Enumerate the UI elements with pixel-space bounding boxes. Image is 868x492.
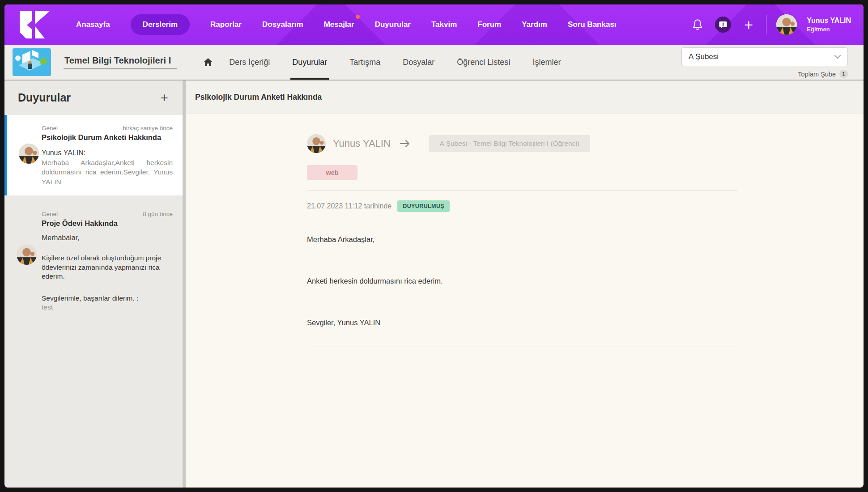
announcement-body: Kişilere özel olarak oluşturduğum proje … [42, 254, 173, 281]
nav-label: Duyurular [375, 20, 411, 29]
author-name: Yunus YALIN [333, 138, 391, 149]
course-tabs: Ders İçeriği Duyurular Tartışma Dosyalar… [229, 45, 561, 80]
nav-item-yardim[interactable]: Yardım [522, 14, 547, 35]
announcement-category: Genel [42, 211, 58, 217]
sidebar-header: Duyurular + [4, 81, 183, 115]
tag-web[interactable]: web [307, 165, 357, 180]
tab-label: Öğrenci Listesi [457, 58, 510, 67]
nav-item-raporlar[interactable]: Raporlar [210, 14, 242, 35]
announcement-category: Genel [42, 125, 58, 131]
tab-ogrenci-listesi[interactable]: Öğrenci Listesi [457, 45, 510, 80]
announcements-sidebar: Duyurular + Genel birkaç saniye önce Psi… [4, 81, 183, 488]
announcement-meta: Genel 8 gün önce [42, 211, 173, 217]
nav-item-forum[interactable]: Forum [477, 14, 501, 35]
nav-item-takvim[interactable]: Takvim [431, 14, 457, 35]
tab-tartisma[interactable]: Tartışma [349, 45, 380, 80]
announcement-time: 8 gün önce [143, 211, 173, 217]
branch-select[interactable]: A Şubesi [681, 47, 848, 66]
total-branch-label: Toplam Şube [798, 71, 836, 78]
nav-label: Takvim [431, 20, 457, 29]
nav-label: Yardım [522, 20, 547, 29]
publish-info-row: 21.07.2023 11:12 tarihinde DUYURULMUŞ [307, 200, 864, 212]
total-branch-count-badge: 1 [839, 70, 848, 78]
nav-label: Soru Bankası [568, 20, 617, 29]
announcement-title: Proje Ödevi Hakkında [42, 219, 173, 228]
announcement-paragraph: Anketi herkesin doldurmasını rica ederim… [307, 277, 864, 285]
nav-item-anasayfa[interactable]: Anasayfa [76, 14, 110, 35]
tab-islemler[interactable]: İşlemler [532, 45, 561, 80]
divider [307, 190, 737, 191]
detail-title: Psikolojik Durum Anketi Hakkında [195, 93, 322, 102]
branch-select-value: A Şubesi [682, 52, 827, 61]
content-area: Duyurular + Genel birkaç saniye önce Psi… [4, 81, 864, 488]
app-window: Anasayfa Derslerim Raporlar Dosyalarım M… [4, 4, 864, 488]
tab-dosyalar[interactable]: Dosyalar [403, 45, 434, 80]
course-title[interactable]: Temel Bilgi Teknolojileri I [64, 55, 177, 69]
announcement-closing: Sevgilerimle, başarılar dilerim. : [42, 294, 173, 302]
topbar-divider [766, 15, 766, 34]
nav-label: Anasayfa [76, 20, 110, 29]
detail-header: Psikolojik Durum Anketi Hakkında [186, 81, 864, 114]
nav-label: Mesajlar [324, 20, 354, 29]
topbar-right-cluster: + Yunus YALIN Eğitmen [690, 14, 851, 35]
sidebar-scrollbar[interactable] [183, 81, 186, 488]
alert-bubble-icon[interactable] [715, 17, 731, 33]
sidebar-item-gap [4, 195, 183, 201]
add-announcement-button[interactable]: + [160, 91, 168, 105]
author-row: Yunus YALIN A Şubesi - Temel Bilgi Tekno… [307, 134, 864, 153]
nav-label: Forum [477, 20, 501, 29]
tab-label: Duyurular [292, 58, 327, 67]
bell-icon[interactable] [690, 17, 705, 32]
add-icon[interactable]: + [741, 17, 756, 32]
tab-ders-icerigi[interactable]: Ders İçeriği [229, 45, 270, 80]
user-name: Yunus YALIN [807, 17, 851, 25]
chevron-down-icon[interactable] [827, 51, 847, 63]
announcement-greeting: Merhabalar, [42, 234, 173, 242]
tab-label: Tartışma [349, 58, 380, 67]
user-role: Eğitmen [807, 26, 851, 33]
home-icon[interactable] [203, 58, 213, 67]
announcement-author: Yunus YALIN: [42, 149, 173, 157]
announcement-title: Psikolojik Durum Anketi Hakkında [42, 133, 173, 142]
nav-item-derslerim[interactable]: Derslerim [131, 14, 190, 35]
arrow-right-icon [400, 139, 410, 148]
announcement-footnote: test [42, 303, 173, 311]
author-avatar [19, 144, 39, 164]
notification-dot [356, 15, 360, 19]
announcement-detail-panel: Psikolojik Durum Anketi Hakkında [186, 81, 864, 488]
nav-item-duyurular[interactable]: Duyurular [375, 14, 411, 35]
announcement-article: Yunus YALIN A Şubesi - Temel Bilgi Tekno… [186, 114, 864, 347]
top-navigation-bar: Anasayfa Derslerim Raporlar Dosyalarım M… [4, 4, 864, 45]
tab-label: Dosyalar [403, 58, 434, 67]
nav-label: Dosyalarım [262, 20, 303, 29]
course-thumbnail[interactable] [13, 48, 51, 76]
announcement-meta: Genel birkaç saniye önce [42, 125, 173, 131]
tab-label: İşlemler [532, 58, 561, 67]
audience-pill[interactable]: A Şubesi - Temel Bilgi Teknolojileri I (… [429, 135, 590, 152]
author-avatar [17, 245, 37, 265]
brand-logo-icon[interactable] [17, 11, 56, 38]
announcement-paragraph: Sevgiler, Yunus YALIN [307, 318, 864, 327]
nav-item-soru-bankasi[interactable]: Soru Bankası [568, 14, 617, 35]
tab-duyurular[interactable]: Duyurular [292, 45, 327, 80]
announcement-paragraph: Merhaba Arkadaşlar, [307, 235, 864, 244]
total-branch-info: Toplam Şube 1 [798, 70, 848, 78]
announcement-list-item[interactable]: Genel birkaç saniye önce Psikolojik Duru… [4, 115, 183, 195]
main-menu: Anasayfa Derslerim Raporlar Dosyalarım M… [76, 14, 617, 35]
user-meta[interactable]: Yunus YALIN Eğitmen [807, 17, 851, 33]
announcement-list-item[interactable]: Genel 8 gün önce Proje Ödevi Hakkında Me… [4, 201, 183, 320]
nav-item-dosyalarim[interactable]: Dosyalarım [262, 14, 303, 35]
plus-glyph: + [744, 17, 753, 32]
user-avatar[interactable] [776, 14, 797, 35]
author-avatar [307, 134, 326, 153]
course-header-band: Temel Bilgi Teknolojileri I Ders İçeriği… [4, 45, 864, 81]
announcement-preview: Merhaba Arkadaşlar,Anketi herkesin doldu… [42, 158, 173, 187]
publish-date: 21.07.2023 11:12 tarihinde [307, 202, 391, 210]
status-badge: DUYURULMUŞ [397, 200, 450, 212]
nav-item-mesajlar[interactable]: Mesajlar [324, 14, 354, 35]
announcement-time: birkaç saniye önce [123, 125, 173, 131]
nav-label: Derslerim [143, 20, 178, 29]
nav-label: Raporlar [210, 20, 242, 29]
tab-label: Ders İçeriği [229, 58, 270, 67]
divider [307, 347, 737, 347]
